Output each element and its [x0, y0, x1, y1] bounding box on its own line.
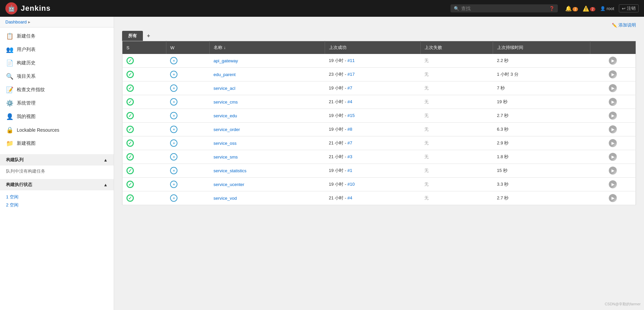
- th-name[interactable]: 名称 ↓: [210, 41, 325, 54]
- logout-button[interactable]: ↩ 注销: [619, 4, 639, 12]
- last-success-cell: 21 小时 - #7: [325, 136, 420, 150]
- add-description-button[interactable]: ✏️ 添加说明: [612, 22, 636, 28]
- job-link[interactable]: service_cms: [214, 100, 238, 105]
- tab-all[interactable]: 所有: [122, 31, 143, 41]
- job-link[interactable]: service_acl: [214, 86, 235, 91]
- weather-icon: ☀: [170, 153, 177, 161]
- last-duration-cell: 2.9 秒: [493, 136, 590, 150]
- job-link[interactable]: service_oss: [214, 141, 237, 146]
- job-link[interactable]: edu_parent: [214, 72, 236, 77]
- build-status-section: 构建执行状态 ▲: [0, 179, 114, 190]
- job-link[interactable]: service_statistics: [214, 168, 247, 173]
- sidebar-item-project-relation[interactable]: 🔍 项目关系: [0, 70, 114, 83]
- job-name-cell: service_edu: [210, 109, 325, 123]
- run-button[interactable]: ▶: [609, 84, 617, 92]
- last-success-cell: 21 小时 - #4: [325, 95, 420, 109]
- tabs-row: 所有 +: [122, 31, 636, 41]
- weather-icon: ☀: [170, 194, 177, 202]
- sidebar-item-new-view[interactable]: 📁 新建视图: [0, 137, 114, 150]
- user-icon: 👤: [600, 6, 605, 11]
- sidebar-item-my-view[interactable]: 👤 我的视图: [0, 110, 114, 123]
- build-executor-2: 2 空闲: [6, 201, 108, 209]
- weather-cell: ☀: [166, 54, 209, 68]
- last-success-build-link[interactable]: #7: [347, 140, 352, 145]
- sidebar-item-check-file[interactable]: 📝 检查文件指纹: [0, 83, 114, 97]
- last-success-build-link[interactable]: #7: [347, 85, 352, 90]
- last-success-build-link[interactable]: #1: [347, 168, 352, 173]
- status-ok-icon: ✓: [126, 71, 134, 78]
- last-success-cell: 21 小时 - #3: [325, 150, 420, 164]
- job-link[interactable]: service_vod: [214, 196, 237, 201]
- run-button[interactable]: ▶: [609, 70, 617, 78]
- weather-icon: ☀: [170, 126, 177, 133]
- notification-badge: 2: [573, 7, 578, 11]
- job-link[interactable]: api_gateway: [214, 58, 238, 63]
- build-executor-1: 1 空闲: [6, 193, 108, 201]
- last-success-build-link[interactable]: #15: [347, 113, 355, 118]
- last-success-build-link[interactable]: #4: [347, 99, 352, 104]
- breadcrumb-sep: ▸: [28, 19, 31, 24]
- last-success-build-link[interactable]: #3: [347, 154, 352, 159]
- run-icon: ▶: [609, 194, 617, 202]
- last-failure-cell: 无: [420, 164, 493, 178]
- last-success-cell: 19 小时 - #10: [325, 178, 420, 191]
- weather-icon: ☀: [170, 112, 177, 119]
- job-link[interactable]: service_sms: [214, 154, 238, 160]
- sidebar-item-new-task[interactable]: 📋 新建任务: [0, 29, 114, 43]
- run-button[interactable]: ▶: [609, 125, 617, 133]
- search-input[interactable]: [461, 6, 547, 11]
- last-success-build-link[interactable]: #10: [347, 182, 355, 187]
- system-admin-icon: ⚙️: [6, 100, 13, 107]
- last-success-build-link[interactable]: #17: [347, 72, 355, 77]
- header-right: 🔔2 ⚠️2 👤 root ↩ 注销: [565, 4, 639, 12]
- job-link[interactable]: service_ucenter: [214, 182, 245, 187]
- sidebar-item-build-history[interactable]: 📄 构建历史: [0, 56, 114, 70]
- search-box[interactable]: 🔍 ❓: [450, 4, 558, 12]
- sidebar-nav: 📋 新建任务 👥 用户列表 📄 构建历史 🔍 项目关系 📝 检查文件指纹 ⚙️: [0, 27, 114, 152]
- notification-bell-icon[interactable]: 🔔2: [565, 5, 578, 12]
- sidebar-item-lockable-resources[interactable]: 🔒 Lockable Resources: [0, 123, 114, 137]
- user-menu[interactable]: 👤 root: [600, 6, 614, 11]
- weather-cell: ☀: [166, 68, 209, 81]
- status-cell: ✓: [122, 150, 166, 164]
- weather-icon: ☀: [170, 84, 177, 92]
- sidebar-item-user-list[interactable]: 👥 用户列表: [0, 43, 114, 56]
- run-icon: ▶: [609, 57, 617, 65]
- table-row: ✓☀service_edu19 小时 - #15无2.7 秒▶: [122, 109, 636, 123]
- alert-icon[interactable]: ⚠️2: [583, 5, 595, 12]
- run-button[interactable]: ▶: [609, 153, 617, 161]
- run-icon: ▶: [609, 70, 617, 78]
- table-row: ✓☀edu_parent23 小时 - #17无1 小时 3 分▶: [122, 68, 636, 81]
- weather-cell: ☀: [166, 136, 209, 150]
- th-s: S: [122, 41, 166, 54]
- table-row: ✓☀service_acl19 小时 - #7无7 秒▶: [122, 81, 636, 95]
- help-icon[interactable]: ❓: [549, 6, 554, 11]
- last-success-build-link[interactable]: #4: [347, 195, 352, 200]
- run-button[interactable]: ▶: [609, 167, 617, 175]
- weather-cell: ☀: [166, 123, 209, 136]
- sidebar-item-system-admin[interactable]: ⚙️ 系统管理: [0, 97, 114, 110]
- job-link[interactable]: service_edu: [214, 113, 237, 118]
- new-view-icon: 📁: [6, 140, 13, 147]
- last-duration-cell: 2.7 秒: [493, 109, 590, 123]
- run-icon: ▶: [609, 139, 617, 147]
- run-button[interactable]: ▶: [609, 57, 617, 65]
- run-button[interactable]: ▶: [609, 98, 617, 106]
- jobs-tbody: ✓☀api_gateway19 小时 - #11无2.2 秒▶✓☀edu_par…: [122, 54, 636, 205]
- weather-cell: ☀: [166, 164, 209, 178]
- weather-cell: ☀: [166, 178, 209, 191]
- run-button[interactable]: ▶: [609, 112, 617, 120]
- last-success-build-link[interactable]: #8: [347, 127, 352, 132]
- last-failure-value: 无: [424, 99, 429, 104]
- breadcrumb-dashboard[interactable]: Dashboard: [5, 19, 27, 24]
- tab-add-button[interactable]: +: [143, 31, 154, 41]
- status-cell: ✓: [122, 68, 166, 81]
- last-success-build-link[interactable]: #11: [347, 58, 355, 63]
- run-button[interactable]: ▶: [609, 180, 617, 188]
- build-queue-collapse-icon[interactable]: ▲: [103, 158, 108, 163]
- build-status-collapse-icon[interactable]: ▲: [103, 182, 108, 187]
- job-name-cell: service_statistics: [210, 164, 325, 178]
- run-button[interactable]: ▶: [609, 139, 617, 147]
- job-link[interactable]: service_order: [214, 127, 240, 132]
- run-button[interactable]: ▶: [609, 194, 617, 202]
